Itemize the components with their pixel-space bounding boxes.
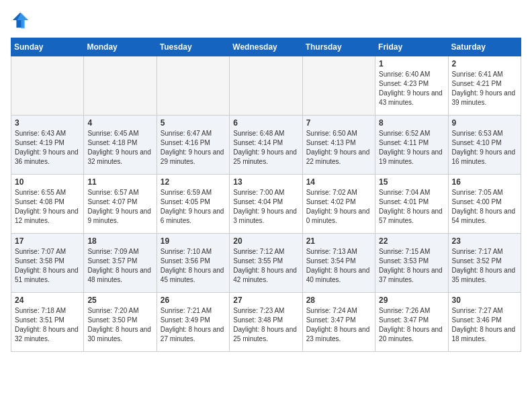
- weekday-header: Friday: [375, 38, 448, 56]
- weekday-header: Wednesday: [230, 38, 302, 56]
- calendar-cell: 1Sunrise: 6:40 AM Sunset: 4:23 PM Daylig…: [375, 56, 448, 116]
- day-info: Sunrise: 7:15 AM Sunset: 3:53 PM Dayligh…: [379, 247, 444, 285]
- logo-icon: [11, 11, 30, 30]
- day-info: Sunrise: 7:13 AM Sunset: 3:54 PM Dayligh…: [306, 247, 371, 285]
- calendar-cell: 19Sunrise: 7:10 AM Sunset: 3:56 PM Dayli…: [157, 234, 229, 293]
- weekday-header: Monday: [84, 38, 157, 56]
- day-number: 14: [306, 177, 371, 187]
- calendar-cell: 26Sunrise: 7:21 AM Sunset: 3:49 PM Dayli…: [157, 293, 229, 352]
- day-number: 1: [379, 59, 444, 68]
- day-info: Sunrise: 6:57 AM Sunset: 4:07 PM Dayligh…: [87, 188, 152, 226]
- calendar-cell: 17Sunrise: 7:07 AM Sunset: 3:58 PM Dayli…: [11, 234, 84, 293]
- calendar-cell: 13Sunrise: 7:00 AM Sunset: 4:04 PM Dayli…: [230, 175, 302, 234]
- day-number: 23: [452, 236, 517, 246]
- day-info: Sunrise: 7:26 AM Sunset: 3:47 PM Dayligh…: [379, 306, 444, 344]
- day-number: 24: [15, 295, 80, 305]
- day-number: 8: [379, 118, 444, 128]
- calendar-week-row: 24Sunrise: 7:18 AM Sunset: 3:51 PM Dayli…: [11, 293, 521, 352]
- calendar-cell: [230, 56, 302, 116]
- day-info: Sunrise: 7:17 AM Sunset: 3:52 PM Dayligh…: [452, 247, 517, 285]
- calendar-cell: 14Sunrise: 7:02 AM Sunset: 4:02 PM Dayli…: [302, 175, 375, 234]
- calendar-cell: 11Sunrise: 6:57 AM Sunset: 4:07 PM Dayli…: [84, 175, 157, 234]
- day-info: Sunrise: 7:07 AM Sunset: 3:58 PM Dayligh…: [15, 247, 80, 285]
- calendar-cell: 15Sunrise: 7:04 AM Sunset: 4:01 PM Dayli…: [375, 175, 448, 234]
- day-number: 30: [452, 295, 517, 305]
- calendar-cell: 10Sunrise: 6:55 AM Sunset: 4:08 PM Dayli…: [11, 175, 84, 234]
- calendar-table: SundayMondayTuesdayWednesdayThursdayFrid…: [11, 38, 521, 352]
- day-info: Sunrise: 7:18 AM Sunset: 3:51 PM Dayligh…: [15, 306, 80, 344]
- calendar-cell: [84, 56, 157, 116]
- day-info: Sunrise: 7:12 AM Sunset: 3:55 PM Dayligh…: [233, 247, 298, 285]
- day-number: 29: [379, 295, 444, 305]
- logo: [11, 11, 32, 30]
- header-row: SundayMondayTuesdayWednesdayThursdayFrid…: [11, 38, 521, 56]
- calendar-cell: 9Sunrise: 6:53 AM Sunset: 4:10 PM Daylig…: [448, 116, 521, 175]
- day-info: Sunrise: 7:02 AM Sunset: 4:02 PM Dayligh…: [306, 188, 371, 226]
- day-info: Sunrise: 6:43 AM Sunset: 4:19 PM Dayligh…: [15, 129, 80, 167]
- calendar-cell: 18Sunrise: 7:09 AM Sunset: 3:57 PM Dayli…: [84, 234, 157, 293]
- day-number: 21: [306, 236, 371, 246]
- calendar-cell: 21Sunrise: 7:13 AM Sunset: 3:54 PM Dayli…: [302, 234, 375, 293]
- day-number: 10: [15, 177, 80, 187]
- calendar-week-row: 1Sunrise: 6:40 AM Sunset: 4:23 PM Daylig…: [11, 56, 521, 116]
- calendar-cell: [11, 56, 84, 116]
- day-number: 4: [87, 118, 152, 128]
- day-number: 2: [452, 59, 517, 68]
- day-number: 20: [233, 236, 298, 246]
- day-number: 12: [161, 177, 226, 187]
- calendar-cell: 2Sunrise: 6:41 AM Sunset: 4:21 PM Daylig…: [448, 56, 521, 116]
- weekday-header: Tuesday: [157, 38, 229, 56]
- day-number: 26: [161, 295, 226, 305]
- day-number: 25: [87, 295, 152, 305]
- calendar-cell: 20Sunrise: 7:12 AM Sunset: 3:55 PM Dayli…: [230, 234, 302, 293]
- day-number: 27: [233, 295, 298, 305]
- calendar-cell: 23Sunrise: 7:17 AM Sunset: 3:52 PM Dayli…: [448, 234, 521, 293]
- day-number: 17: [15, 236, 80, 246]
- calendar-cell: 24Sunrise: 7:18 AM Sunset: 3:51 PM Dayli…: [11, 293, 84, 352]
- day-info: Sunrise: 6:52 AM Sunset: 4:11 PM Dayligh…: [379, 129, 444, 167]
- day-info: Sunrise: 6:59 AM Sunset: 4:05 PM Dayligh…: [161, 188, 226, 226]
- calendar-cell: 16Sunrise: 7:05 AM Sunset: 4:00 PM Dayli…: [448, 175, 521, 234]
- calendar-week-row: 10Sunrise: 6:55 AM Sunset: 4:08 PM Dayli…: [11, 175, 521, 234]
- calendar-cell: [157, 56, 229, 116]
- day-number: 18: [87, 236, 152, 246]
- day-number: 19: [161, 236, 226, 246]
- day-info: Sunrise: 6:48 AM Sunset: 4:14 PM Dayligh…: [233, 129, 298, 167]
- day-info: Sunrise: 6:53 AM Sunset: 4:10 PM Dayligh…: [452, 129, 517, 167]
- day-number: 13: [233, 177, 298, 187]
- day-info: Sunrise: 6:45 AM Sunset: 4:18 PM Dayligh…: [87, 129, 152, 167]
- day-number: 7: [306, 118, 371, 128]
- day-info: Sunrise: 6:47 AM Sunset: 4:16 PM Dayligh…: [161, 129, 226, 167]
- calendar-cell: 25Sunrise: 7:20 AM Sunset: 3:50 PM Dayli…: [84, 293, 157, 352]
- day-info: Sunrise: 7:10 AM Sunset: 3:56 PM Dayligh…: [161, 247, 226, 285]
- day-info: Sunrise: 7:05 AM Sunset: 4:00 PM Dayligh…: [452, 188, 517, 226]
- calendar-cell: 4Sunrise: 6:45 AM Sunset: 4:18 PM Daylig…: [84, 116, 157, 175]
- calendar-cell: 12Sunrise: 6:59 AM Sunset: 4:05 PM Dayli…: [157, 175, 229, 234]
- calendar-cell: 3Sunrise: 6:43 AM Sunset: 4:19 PM Daylig…: [11, 116, 84, 175]
- calendar-cell: 5Sunrise: 6:47 AM Sunset: 4:16 PM Daylig…: [157, 116, 229, 175]
- weekday-header: Saturday: [448, 38, 521, 56]
- day-info: Sunrise: 7:09 AM Sunset: 3:57 PM Dayligh…: [87, 247, 152, 285]
- day-number: 15: [379, 177, 444, 187]
- calendar-cell: 30Sunrise: 7:27 AM Sunset: 3:46 PM Dayli…: [448, 293, 521, 352]
- day-number: 11: [87, 177, 152, 187]
- calendar-cell: 7Sunrise: 6:50 AM Sunset: 4:13 PM Daylig…: [302, 116, 375, 175]
- day-info: Sunrise: 7:00 AM Sunset: 4:04 PM Dayligh…: [233, 188, 298, 226]
- day-number: 6: [233, 118, 298, 128]
- calendar-cell: [302, 56, 375, 116]
- day-info: Sunrise: 6:55 AM Sunset: 4:08 PM Dayligh…: [15, 188, 80, 226]
- day-number: 22: [379, 236, 444, 246]
- weekday-header: Thursday: [302, 38, 375, 56]
- day-info: Sunrise: 7:21 AM Sunset: 3:49 PM Dayligh…: [161, 306, 226, 344]
- calendar-cell: 22Sunrise: 7:15 AM Sunset: 3:53 PM Dayli…: [375, 234, 448, 293]
- day-info: Sunrise: 7:27 AM Sunset: 3:46 PM Dayligh…: [452, 306, 517, 344]
- day-info: Sunrise: 7:24 AM Sunset: 3:47 PM Dayligh…: [306, 306, 371, 344]
- day-info: Sunrise: 7:20 AM Sunset: 3:50 PM Dayligh…: [87, 306, 152, 344]
- weekday-header: Sunday: [11, 38, 84, 56]
- day-info: Sunrise: 7:23 AM Sunset: 3:48 PM Dayligh…: [233, 306, 298, 344]
- day-info: Sunrise: 6:40 AM Sunset: 4:23 PM Dayligh…: [379, 70, 444, 107]
- day-info: Sunrise: 7:04 AM Sunset: 4:01 PM Dayligh…: [379, 188, 444, 226]
- calendar-cell: 6Sunrise: 6:48 AM Sunset: 4:14 PM Daylig…: [230, 116, 302, 175]
- calendar-cell: 29Sunrise: 7:26 AM Sunset: 3:47 PM Dayli…: [375, 293, 448, 352]
- day-number: 5: [161, 118, 226, 128]
